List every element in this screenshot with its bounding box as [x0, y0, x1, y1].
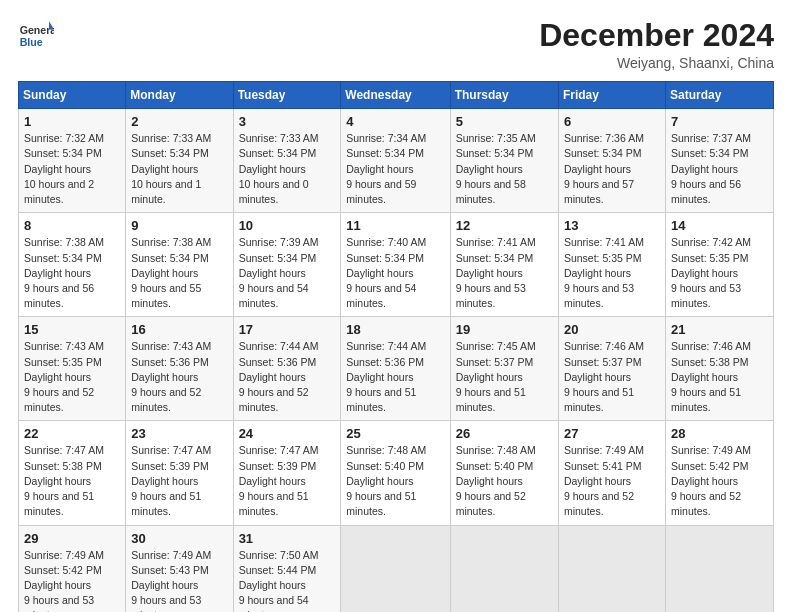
day-number: 19: [456, 322, 553, 337]
day-number: 12: [456, 218, 553, 233]
day-info: Sunrise: 7:44 AMSunset: 5:36 PMDaylight …: [239, 339, 336, 415]
day-info: Sunrise: 7:37 AMSunset: 5:34 PMDaylight …: [671, 131, 768, 207]
calendar-cell: 15Sunrise: 7:43 AMSunset: 5:35 PMDayligh…: [19, 317, 126, 421]
day-info: Sunrise: 7:32 AMSunset: 5:34 PMDaylight …: [24, 131, 120, 207]
logo-icon: General Blue: [18, 18, 54, 54]
calendar-cell: 23Sunrise: 7:47 AMSunset: 5:39 PMDayligh…: [126, 421, 233, 525]
calendar-cell: [665, 525, 773, 612]
day-info: Sunrise: 7:33 AMSunset: 5:34 PMDaylight …: [239, 131, 336, 207]
calendar-cell: 6Sunrise: 7:36 AMSunset: 5:34 PMDaylight…: [558, 109, 665, 213]
day-number: 3: [239, 114, 336, 129]
day-info: Sunrise: 7:42 AMSunset: 5:35 PMDaylight …: [671, 235, 768, 311]
day-number: 9: [131, 218, 227, 233]
day-info: Sunrise: 7:49 AMSunset: 5:42 PMDaylight …: [24, 548, 120, 612]
day-number: 15: [24, 322, 120, 337]
day-number: 7: [671, 114, 768, 129]
day-number: 30: [131, 531, 227, 546]
day-info: Sunrise: 7:40 AMSunset: 5:34 PMDaylight …: [346, 235, 444, 311]
title-area: December 2024 Weiyang, Shaanxi, China: [539, 18, 774, 71]
day-number: 4: [346, 114, 444, 129]
day-number: 10: [239, 218, 336, 233]
day-number: 17: [239, 322, 336, 337]
day-number: 28: [671, 426, 768, 441]
calendar: SundayMondayTuesdayWednesdayThursdayFrid…: [18, 81, 774, 612]
day-info: Sunrise: 7:43 AMSunset: 5:36 PMDaylight …: [131, 339, 227, 415]
day-info: Sunrise: 7:49 AMSunset: 5:42 PMDaylight …: [671, 443, 768, 519]
calendar-cell: 10Sunrise: 7:39 AMSunset: 5:34 PMDayligh…: [233, 213, 341, 317]
day-info: Sunrise: 7:47 AMSunset: 5:39 PMDaylight …: [239, 443, 336, 519]
day-number: 18: [346, 322, 444, 337]
weekday-tuesday: Tuesday: [233, 82, 341, 109]
weekday-friday: Friday: [558, 82, 665, 109]
day-info: Sunrise: 7:47 AMSunset: 5:38 PMDaylight …: [24, 443, 120, 519]
day-info: Sunrise: 7:33 AMSunset: 5:34 PMDaylight …: [131, 131, 227, 207]
day-info: Sunrise: 7:38 AMSunset: 5:34 PMDaylight …: [131, 235, 227, 311]
day-number: 25: [346, 426, 444, 441]
weekday-wednesday: Wednesday: [341, 82, 450, 109]
calendar-cell: 12Sunrise: 7:41 AMSunset: 5:34 PMDayligh…: [450, 213, 558, 317]
calendar-cell: [341, 525, 450, 612]
day-number: 21: [671, 322, 768, 337]
day-info: Sunrise: 7:39 AMSunset: 5:34 PMDaylight …: [239, 235, 336, 311]
calendar-cell: [558, 525, 665, 612]
day-number: 24: [239, 426, 336, 441]
day-number: 27: [564, 426, 660, 441]
weekday-saturday: Saturday: [665, 82, 773, 109]
calendar-cell: 5Sunrise: 7:35 AMSunset: 5:34 PMDaylight…: [450, 109, 558, 213]
svg-text:Blue: Blue: [20, 36, 43, 48]
subtitle: Weiyang, Shaanxi, China: [539, 55, 774, 71]
day-number: 26: [456, 426, 553, 441]
week-row-3: 15Sunrise: 7:43 AMSunset: 5:35 PMDayligh…: [19, 317, 774, 421]
week-row-2: 8Sunrise: 7:38 AMSunset: 5:34 PMDaylight…: [19, 213, 774, 317]
calendar-cell: 30Sunrise: 7:49 AMSunset: 5:43 PMDayligh…: [126, 525, 233, 612]
page: General Blue December 2024 Weiyang, Shaa…: [0, 0, 792, 612]
day-number: 6: [564, 114, 660, 129]
day-number: 14: [671, 218, 768, 233]
day-info: Sunrise: 7:46 AMSunset: 5:38 PMDaylight …: [671, 339, 768, 415]
calendar-cell: 2Sunrise: 7:33 AMSunset: 5:34 PMDaylight…: [126, 109, 233, 213]
calendar-cell: 3Sunrise: 7:33 AMSunset: 5:34 PMDaylight…: [233, 109, 341, 213]
weekday-sunday: Sunday: [19, 82, 126, 109]
calendar-cell: 16Sunrise: 7:43 AMSunset: 5:36 PMDayligh…: [126, 317, 233, 421]
day-number: 31: [239, 531, 336, 546]
day-number: 20: [564, 322, 660, 337]
day-number: 5: [456, 114, 553, 129]
header: General Blue December 2024 Weiyang, Shaa…: [18, 18, 774, 71]
day-number: 1: [24, 114, 120, 129]
calendar-cell: 25Sunrise: 7:48 AMSunset: 5:40 PMDayligh…: [341, 421, 450, 525]
svg-text:General: General: [20, 24, 54, 36]
day-number: 13: [564, 218, 660, 233]
calendar-cell: 31Sunrise: 7:50 AMSunset: 5:44 PMDayligh…: [233, 525, 341, 612]
day-number: 8: [24, 218, 120, 233]
day-info: Sunrise: 7:43 AMSunset: 5:35 PMDaylight …: [24, 339, 120, 415]
calendar-cell: 20Sunrise: 7:46 AMSunset: 5:37 PMDayligh…: [558, 317, 665, 421]
day-info: Sunrise: 7:41 AMSunset: 5:34 PMDaylight …: [456, 235, 553, 311]
day-info: Sunrise: 7:36 AMSunset: 5:34 PMDaylight …: [564, 131, 660, 207]
calendar-cell: 28Sunrise: 7:49 AMSunset: 5:42 PMDayligh…: [665, 421, 773, 525]
calendar-cell: 29Sunrise: 7:49 AMSunset: 5:42 PMDayligh…: [19, 525, 126, 612]
day-info: Sunrise: 7:38 AMSunset: 5:34 PMDaylight …: [24, 235, 120, 311]
weekday-monday: Monday: [126, 82, 233, 109]
day-number: 2: [131, 114, 227, 129]
day-info: Sunrise: 7:47 AMSunset: 5:39 PMDaylight …: [131, 443, 227, 519]
calendar-cell: 17Sunrise: 7:44 AMSunset: 5:36 PMDayligh…: [233, 317, 341, 421]
day-info: Sunrise: 7:49 AMSunset: 5:43 PMDaylight …: [131, 548, 227, 612]
day-info: Sunrise: 7:48 AMSunset: 5:40 PMDaylight …: [456, 443, 553, 519]
calendar-cell: 18Sunrise: 7:44 AMSunset: 5:36 PMDayligh…: [341, 317, 450, 421]
calendar-cell: 22Sunrise: 7:47 AMSunset: 5:38 PMDayligh…: [19, 421, 126, 525]
week-row-4: 22Sunrise: 7:47 AMSunset: 5:38 PMDayligh…: [19, 421, 774, 525]
calendar-cell: 14Sunrise: 7:42 AMSunset: 5:35 PMDayligh…: [665, 213, 773, 317]
day-info: Sunrise: 7:44 AMSunset: 5:36 PMDaylight …: [346, 339, 444, 415]
day-number: 11: [346, 218, 444, 233]
weekday-header-row: SundayMondayTuesdayWednesdayThursdayFrid…: [19, 82, 774, 109]
calendar-cell: 9Sunrise: 7:38 AMSunset: 5:34 PMDaylight…: [126, 213, 233, 317]
calendar-cell: 4Sunrise: 7:34 AMSunset: 5:34 PMDaylight…: [341, 109, 450, 213]
calendar-cell: 1Sunrise: 7:32 AMSunset: 5:34 PMDaylight…: [19, 109, 126, 213]
calendar-cell: 26Sunrise: 7:48 AMSunset: 5:40 PMDayligh…: [450, 421, 558, 525]
day-number: 29: [24, 531, 120, 546]
calendar-cell: [450, 525, 558, 612]
calendar-cell: 11Sunrise: 7:40 AMSunset: 5:34 PMDayligh…: [341, 213, 450, 317]
week-row-5: 29Sunrise: 7:49 AMSunset: 5:42 PMDayligh…: [19, 525, 774, 612]
calendar-cell: 8Sunrise: 7:38 AMSunset: 5:34 PMDaylight…: [19, 213, 126, 317]
logo: General Blue: [18, 18, 54, 54]
